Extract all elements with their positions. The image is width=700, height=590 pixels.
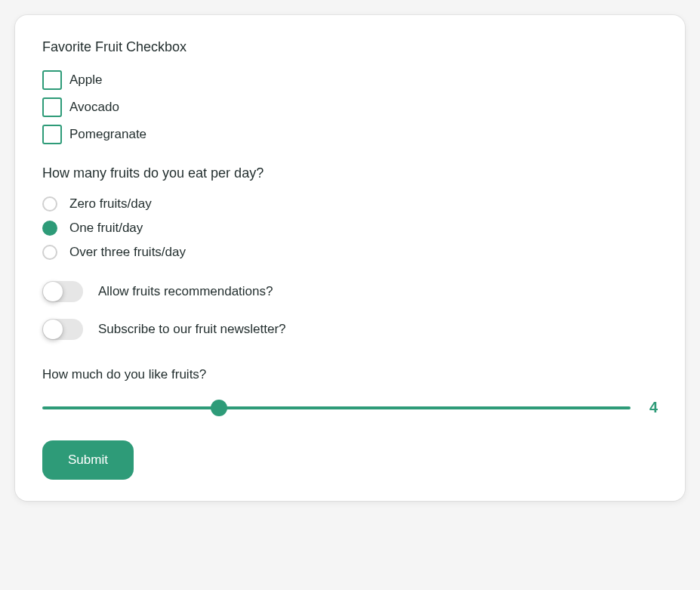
radio-section: How many fruits do you eat per day? Zero… xyxy=(42,165,658,260)
radio-one[interactable] xyxy=(42,221,57,236)
toggle-row: Subscribe to our fruit newsletter? xyxy=(42,319,658,340)
checkbox-section: Favorite Fruit Checkbox Apple Avocado Po… xyxy=(42,39,658,144)
radio-section-title: How many fruits do you eat per day? xyxy=(42,165,658,181)
checkbox-label: Apple xyxy=(69,73,102,88)
radio-row: Over three fruits/day xyxy=(42,245,658,260)
radio-row: One fruit/day xyxy=(42,221,658,236)
submit-button[interactable]: Submit xyxy=(42,440,134,480)
toggle-newsletter[interactable] xyxy=(42,319,83,340)
toggle-thumb-icon xyxy=(43,320,63,339)
form-card: Favorite Fruit Checkbox Apple Avocado Po… xyxy=(15,15,685,501)
toggle-group: Allow fruits recommendations? Subscribe … xyxy=(42,281,658,340)
slider-track[interactable] xyxy=(42,406,631,409)
checkbox-row: Avocado xyxy=(42,97,658,117)
checkbox-group: Apple Avocado Pomegranate xyxy=(42,70,658,144)
checkbox-pomegranate[interactable] xyxy=(42,125,62,144)
toggle-label: Allow fruits recommendations? xyxy=(98,284,273,299)
toggle-recommendations[interactable] xyxy=(42,281,83,302)
slider-section: How much do you like fruits? 4 xyxy=(42,367,658,416)
checkbox-avocado[interactable] xyxy=(42,97,62,117)
radio-label: One fruit/day xyxy=(69,221,143,236)
checkbox-row: Apple xyxy=(42,70,658,90)
radio-label: Zero fruits/day xyxy=(69,196,152,212)
checkbox-label: Avocado xyxy=(69,100,119,115)
slider-title: How much do you like fruits? xyxy=(42,367,658,382)
checkbox-apple[interactable] xyxy=(42,70,62,90)
checkbox-row: Pomegranate xyxy=(42,125,658,144)
toggle-thumb-icon xyxy=(43,282,63,301)
radio-zero[interactable] xyxy=(42,196,57,212)
toggle-label: Subscribe to our fruit newsletter? xyxy=(98,322,286,337)
slider-wrap: 4 xyxy=(42,399,658,416)
radio-over-three[interactable] xyxy=(42,245,57,260)
slider-value: 4 xyxy=(646,399,658,416)
radio-label: Over three fruits/day xyxy=(69,245,186,260)
radio-row: Zero fruits/day xyxy=(42,196,658,212)
checkbox-section-title: Favorite Fruit Checkbox xyxy=(42,39,658,55)
radio-group: Zero fruits/day One fruit/day Over three… xyxy=(42,196,658,260)
slider-thumb[interactable] xyxy=(211,400,227,416)
checkbox-label: Pomegranate xyxy=(69,127,146,142)
toggle-row: Allow fruits recommendations? xyxy=(42,281,658,302)
